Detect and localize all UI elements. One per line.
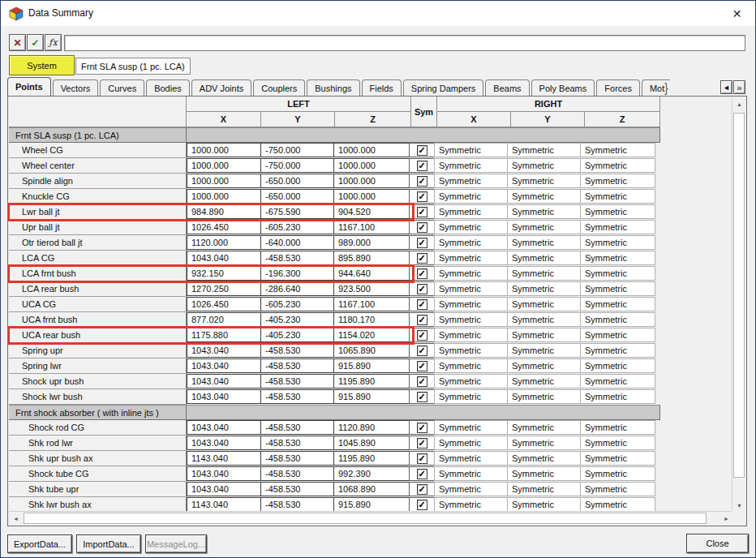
right-x-cell[interactable]: Symmetric [434, 482, 508, 496]
left-x-cell[interactable]: 1043.040 [187, 389, 261, 404]
right-z-cell[interactable]: Symmetric [580, 328, 655, 342]
vertical-scroll-thumb[interactable] [733, 113, 745, 478]
right-x-cell[interactable]: Symmetric [434, 374, 508, 388]
tab-beams[interactable]: Beams [485, 79, 529, 96]
right-z-cell[interactable]: Symmetric [580, 143, 655, 157]
left-x-cell[interactable]: 1026.450 [187, 220, 261, 234]
left-x-cell[interactable]: 1143.040 [187, 497, 261, 512]
left-z-cell[interactable]: 1000.000 [333, 174, 410, 188]
right-x-cell[interactable]: Symmetric [434, 266, 508, 281]
function-builder-icon[interactable]: ƒx [45, 34, 62, 51]
sym-checkbox[interactable]: ✓ [417, 392, 427, 402]
left-y-cell[interactable]: -750.000 [260, 158, 334, 173]
right-y-cell[interactable]: Symmetric [507, 235, 581, 250]
left-y-cell[interactable]: -605.230 [260, 297, 334, 311]
right-z-cell[interactable]: Symmetric [580, 220, 655, 234]
left-z-cell[interactable]: 1195.890 [333, 374, 410, 388]
tab-poly-beams[interactable]: Poly Beams [531, 79, 595, 96]
sym-checkbox[interactable]: ✓ [417, 161, 427, 171]
tab-curves[interactable]: Curves [100, 79, 144, 96]
right-y-cell[interactable]: Symmetric [507, 174, 581, 188]
right-y-cell[interactable]: Symmetric [507, 451, 581, 466]
tab-forces[interactable]: Forces [596, 79, 640, 96]
right-x-cell[interactable]: Symmetric [434, 358, 508, 373]
sym-checkbox[interactable]: ✓ [417, 376, 427, 387]
horizontal-scrollbar[interactable]: ◄ ► [9, 511, 733, 525]
right-z-cell[interactable]: Symmetric [580, 312, 655, 327]
left-z-cell[interactable]: 1167.100 [333, 297, 410, 311]
left-z-cell[interactable]: 1065.890 [333, 343, 410, 358]
tab-fields[interactable]: Fields [362, 79, 402, 96]
left-x-cell[interactable]: 1000.000 [187, 158, 261, 173]
right-z-cell[interactable]: Symmetric [580, 343, 655, 358]
left-x-cell[interactable]: 1043.040 [187, 251, 261, 265]
right-z-cell[interactable]: Symmetric [580, 358, 655, 373]
left-x-cell[interactable]: 1043.040 [187, 343, 261, 358]
left-z-cell[interactable]: 1000.000 [333, 143, 410, 157]
tab-bushings[interactable]: Bushings [307, 79, 359, 96]
cancel-edit-icon[interactable]: ✕ [9, 34, 26, 51]
right-y-cell[interactable]: Symmetric [507, 220, 581, 234]
left-y-cell[interactable]: -458.530 [260, 451, 334, 466]
left-z-cell[interactable]: 992.390 [333, 466, 410, 481]
left-x-cell[interactable]: 1043.040 [187, 420, 261, 435]
right-z-cell[interactable]: Symmetric [580, 251, 655, 265]
left-y-cell[interactable]: -196.300 [260, 266, 334, 281]
sym-checkbox[interactable]: ✓ [417, 191, 427, 202]
right-y-cell[interactable]: Symmetric [507, 466, 581, 481]
right-z-cell[interactable]: Symmetric [580, 482, 655, 496]
right-z-cell[interactable]: Symmetric [580, 204, 655, 219]
sym-checkbox[interactable]: ✓ [417, 438, 427, 449]
left-x-cell[interactable]: 1120.000 [187, 235, 261, 250]
right-z-cell[interactable]: Symmetric [580, 189, 655, 204]
left-y-cell[interactable]: -675.590 [260, 204, 334, 219]
left-x-cell[interactable]: 1000.000 [187, 143, 261, 157]
right-z-cell[interactable]: Symmetric [580, 436, 655, 450]
right-z-cell[interactable]: Symmetric [580, 389, 655, 404]
right-y-cell[interactable]: Symmetric [507, 497, 581, 512]
right-x-cell[interactable]: Symmetric [434, 343, 508, 358]
right-x-cell[interactable]: Symmetric [434, 189, 508, 204]
sym-checkbox[interactable]: ✓ [417, 315, 427, 325]
left-y-cell[interactable]: -650.000 [260, 174, 334, 188]
tab-scroll-right-icon[interactable]: » [733, 80, 745, 94]
left-y-cell[interactable]: -458.530 [260, 343, 334, 358]
sym-checkbox[interactable]: ✓ [417, 299, 427, 310]
tab-scroll-left-icon[interactable]: ◄ [720, 80, 732, 94]
tab-couplers[interactable]: Couplers [253, 79, 305, 96]
right-x-cell[interactable]: Symmetric [434, 436, 508, 450]
right-z-cell[interactable]: Symmetric [580, 451, 655, 466]
tab-vectors[interactable]: Vectors [53, 79, 99, 96]
left-y-cell[interactable]: -286.640 [260, 281, 334, 296]
right-x-cell[interactable]: Symmetric [434, 312, 508, 327]
right-y-cell[interactable]: Symmetric [507, 204, 581, 219]
right-y-cell[interactable]: Symmetric [507, 328, 581, 342]
right-x-cell[interactable]: Symmetric [434, 451, 508, 466]
left-z-cell[interactable]: 1068.890 [333, 482, 410, 496]
left-x-cell[interactable]: 1043.040 [187, 482, 261, 496]
left-z-cell[interactable]: 1154.020 [333, 328, 410, 342]
sym-checkbox[interactable]: ✓ [417, 268, 427, 279]
left-y-cell[interactable]: -640.000 [260, 235, 334, 250]
right-x-cell[interactable]: Symmetric [434, 143, 508, 157]
left-z-cell[interactable]: 944.640 [333, 266, 410, 281]
right-z-cell[interactable]: Symmetric [580, 235, 655, 250]
right-x-cell[interactable]: Symmetric [434, 466, 508, 481]
left-x-cell[interactable]: 1270.250 [187, 281, 261, 296]
window-close-icon[interactable]: ✕ [719, 1, 755, 26]
right-z-cell[interactable]: Symmetric [580, 158, 655, 173]
right-x-cell[interactable]: Symmetric [434, 158, 508, 173]
sym-checkbox[interactable]: ✓ [417, 222, 427, 233]
left-y-cell[interactable]: -458.530 [260, 466, 334, 481]
left-x-cell[interactable]: 932.150 [187, 266, 261, 281]
left-y-cell[interactable]: -405.230 [260, 328, 334, 342]
right-z-cell[interactable]: Symmetric [580, 297, 655, 311]
sym-checkbox[interactable]: ✓ [417, 346, 427, 356]
importdata-button[interactable]: ImportData... [76, 534, 141, 553]
left-z-cell[interactable]: 1045.890 [333, 436, 410, 450]
right-y-cell[interactable]: Symmetric [507, 312, 581, 327]
left-z-cell[interactable]: 1180.170 [333, 312, 410, 327]
left-y-cell[interactable]: -458.530 [260, 389, 334, 404]
sym-checkbox[interactable]: ✓ [417, 176, 427, 187]
sym-checkbox[interactable]: ✓ [417, 500, 427, 510]
